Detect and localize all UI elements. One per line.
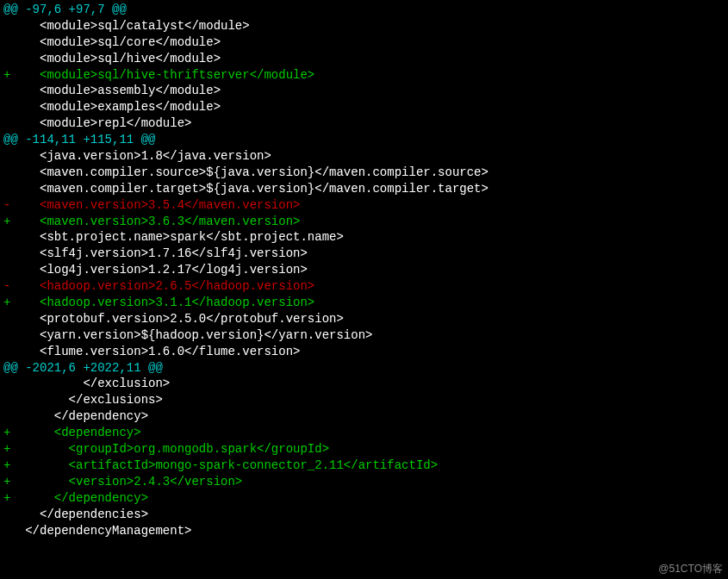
- diff-line: + <groupId>org.mongodb.spark</groupId>: [3, 441, 725, 458]
- diff-line: <log4j.version>1.2.17</log4j.version>: [3, 262, 725, 278]
- diff-line: @@ -114,11 +115,11 @@: [3, 132, 725, 148]
- diff-line: + </dependency>: [3, 490, 725, 507]
- diff-line: @@ -97,6 +97,7 @@: [3, 2, 725, 18]
- diff-line: <flume.version>1.6.0</flume.version>: [3, 344, 725, 360]
- diff-line: </exclusion>: [3, 376, 725, 392]
- diff-line: <sbt.project.name>spark</sbt.project.nam…: [3, 229, 725, 246]
- diff-line: <module>examples</module>: [3, 99, 725, 115]
- diff-line: <module>repl</module>: [3, 115, 725, 132]
- diff-line: <module>sql/catalyst</module>: [3, 18, 725, 34]
- diff-line: <module>sql/hive</module>: [3, 51, 725, 67]
- diff-line: - <hadoop.version>2.6.5</hadoop.version>: [3, 278, 725, 295]
- diff-line: </dependencyManagement>: [3, 523, 725, 539]
- diff-output: @@ -97,6 +97,7 @@ <module>sql/catalyst</…: [3, 2, 725, 539]
- diff-line: <protobuf.version>2.5.0</protobuf.versio…: [3, 311, 725, 327]
- diff-line: + <hadoop.version>3.1.1</hadoop.version>: [3, 295, 725, 311]
- diff-line: </exclusions>: [3, 392, 725, 408]
- diff-line: <slf4j.version>1.7.16</slf4j.version>: [3, 246, 725, 262]
- diff-line: <maven.compiler.target>${java.version}</…: [3, 181, 725, 197]
- diff-line: + <maven.version>3.6.3</maven.version>: [3, 214, 725, 230]
- diff-line: - <maven.version>3.5.4</maven.version>: [3, 197, 725, 214]
- diff-line: + <module>sql/hive-thriftserver</module>: [3, 67, 725, 84]
- diff-line: <module>sql/core</module>: [3, 34, 725, 51]
- diff-line: @@ -2021,6 +2022,11 @@: [3, 360, 725, 377]
- diff-line: + <version>2.4.3</version>: [3, 474, 725, 490]
- diff-line: <yarn.version>${hadoop.version}</yarn.ve…: [3, 327, 725, 344]
- diff-line: <java.version>1.8</java.version>: [3, 148, 725, 165]
- diff-line: <module>assembly</module>: [3, 83, 725, 99]
- diff-line: </dependency>: [3, 408, 725, 425]
- diff-line: + <dependency>: [3, 425, 725, 441]
- watermark-text: @51CTO博客: [658, 562, 723, 576]
- diff-line: </dependencies>: [3, 507, 725, 523]
- diff-line: + <artifactId>mongo-spark-connector_2.11…: [3, 458, 725, 474]
- diff-line: <maven.compiler.source>${java.version}</…: [3, 165, 725, 181]
